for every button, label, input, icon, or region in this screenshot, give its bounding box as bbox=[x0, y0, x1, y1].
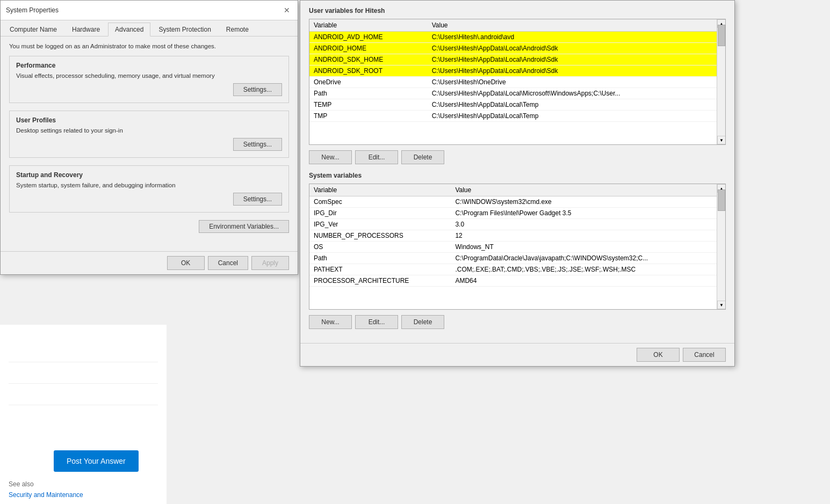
tab-advanced[interactable]: Advanced bbox=[108, 23, 150, 36]
system-var-name: IPG_Ver bbox=[309, 219, 451, 230]
tab-computer-name[interactable]: Computer Name bbox=[3, 23, 64, 36]
user-var-row[interactable]: OneDriveC:\Users\Hitesh\OneDrive bbox=[309, 77, 725, 88]
user-var-row[interactable]: TEMPC:\Users\Hitesh\AppData\Local\Temp bbox=[309, 99, 725, 111]
tab-system-protection[interactable]: System Protection bbox=[151, 23, 218, 36]
user-var-value: C:\Users\Hitesh\OneDrive bbox=[428, 77, 725, 88]
admin-note: You must be logged on as an Administrato… bbox=[9, 43, 289, 49]
user-var-row[interactable]: PathC:\Users\Hitesh\AppData\Local\Micros… bbox=[309, 88, 725, 99]
sys-value-col-header: Value bbox=[451, 184, 725, 196]
environment-variables-button[interactable]: Environment Variables... bbox=[199, 220, 289, 233]
apply-button[interactable]: Apply bbox=[251, 256, 289, 270]
system-var-value: 3.0 bbox=[451, 219, 725, 230]
performance-desc: Visual effects, processor scheduling, me… bbox=[16, 72, 282, 79]
system-var-value: C:\Program Files\Intel\Power Gadget 3.5 bbox=[451, 208, 725, 219]
user-var-name: ANDROID_HOME bbox=[309, 43, 428, 54]
dialog-content: You must be logged on as an Administrato… bbox=[1, 36, 298, 251]
user-var-name: ANDROID_SDK_HOME bbox=[309, 54, 428, 65]
close-button[interactable]: ✕ bbox=[282, 5, 292, 16]
tab-remote[interactable]: Remote bbox=[219, 23, 256, 36]
env-ok-button[interactable]: OK bbox=[637, 348, 680, 362]
system-var-name: NUMBER_OF_PROCESSORS bbox=[309, 230, 451, 242]
user-vars-scrollbar[interactable]: ▲ ▼ bbox=[717, 19, 725, 144]
sys-scrollbar-down-arrow[interactable]: ▼ bbox=[717, 301, 726, 309]
user-var-name: TMP bbox=[309, 111, 428, 122]
system-var-row[interactable]: PathC:\ProgramData\Oracle\Java\javapath;… bbox=[309, 253, 725, 264]
sys-scrollbar-thumb[interactable] bbox=[718, 189, 725, 211]
system-var-name: IPG_Dir bbox=[309, 208, 451, 219]
see-also-title: See also bbox=[9, 480, 158, 488]
tab-hardware[interactable]: Hardware bbox=[65, 23, 107, 36]
user-var-row[interactable]: ANDROID_HOMEC:\Users\Hitesh\AppData\Loca… bbox=[309, 43, 725, 54]
system-var-name: Path bbox=[309, 253, 451, 264]
background-page-content: See also Security and Maintenance bbox=[0, 325, 167, 504]
security-maintenance-link[interactable]: Security and Maintenance bbox=[9, 491, 83, 499]
user-vars-title: User variables for Hitesh bbox=[309, 7, 726, 14]
startup-recovery-desc: System startup, system failure, and debu… bbox=[16, 182, 282, 188]
system-var-name: PROCESSOR_ARCHITECTURE bbox=[309, 275, 451, 287]
system-vars-table: Variable Value ComSpecC:\WINDOWS\system3… bbox=[309, 184, 725, 287]
user-profiles-settings-button[interactable]: Settings... bbox=[233, 138, 282, 151]
env-dialog-content: User variables for Hitesh Variable Value… bbox=[300, 1, 734, 343]
system-var-value: Windows_NT bbox=[451, 242, 725, 253]
user-vars-delete-button[interactable]: Delete bbox=[401, 150, 444, 164]
system-vars-delete-button[interactable]: Delete bbox=[401, 315, 444, 329]
user-profiles-title: User Profiles bbox=[16, 116, 282, 124]
user-profiles-desc: Desktop settings related to your sign-in bbox=[16, 127, 282, 134]
user-var-row[interactable]: ANDROID_AVD_HOMEC:\Users\Hitesh\.android… bbox=[309, 32, 725, 43]
sys-var-col-header: Variable bbox=[309, 184, 451, 196]
user-vars-new-button[interactable]: New... bbox=[309, 150, 352, 164]
user-var-value: C:\Users\Hitesh\AppData\Local\Microsoft\… bbox=[428, 88, 725, 99]
user-var-value: C:\Users\Hitesh\AppData\Local\Android\Sd… bbox=[428, 43, 725, 54]
system-var-value: 12 bbox=[451, 230, 725, 242]
system-var-row[interactable]: OSWindows_NT bbox=[309, 242, 725, 253]
user-var-value: C:\Users\Hitesh\AppData\Local\Android\Sd… bbox=[428, 65, 725, 77]
user-var-name: TEMP bbox=[309, 99, 428, 111]
performance-title: Performance bbox=[16, 62, 282, 69]
scrollbar-thumb[interactable] bbox=[718, 25, 725, 46]
user-vars-table: Variable Value ANDROID_AVD_HOMEC:\Users\… bbox=[309, 19, 725, 122]
user-vars-btn-row: New... Edit... Delete bbox=[309, 150, 726, 164]
tabs-bar: Computer Name Hardware Advanced System P… bbox=[1, 20, 298, 36]
system-var-row[interactable]: ComSpecC:\WINDOWS\system32\cmd.exe bbox=[309, 196, 725, 208]
system-var-row[interactable]: NUMBER_OF_PROCESSORS12 bbox=[309, 230, 725, 242]
user-var-row[interactable]: ANDROID_SDK_HOMEC:\Users\Hitesh\AppData\… bbox=[309, 54, 725, 65]
scrollbar-down-arrow[interactable]: ▼ bbox=[717, 136, 726, 144]
env-cancel-button[interactable]: Cancel bbox=[683, 348, 726, 362]
system-var-name: PATHEXT bbox=[309, 264, 451, 275]
startup-recovery-section: Startup and Recovery System startup, sys… bbox=[9, 165, 289, 213]
system-var-row[interactable]: PATHEXT.COM;.EXE;.BAT;.CMD;.VBS;.VBE;.JS… bbox=[309, 264, 725, 275]
dialog-footer: OK Cancel Apply bbox=[1, 251, 298, 274]
system-vars-scrollbar[interactable]: ▲ ▼ bbox=[717, 184, 725, 309]
user-var-row[interactable]: TMPC:\Users\Hitesh\AppData\Local\Temp bbox=[309, 111, 725, 122]
user-var-value: C:\Users\Hitesh\AppData\Local\Temp bbox=[428, 111, 725, 122]
ok-button[interactable]: OK bbox=[167, 256, 205, 270]
environment-variables-dialog: User variables for Hitesh Variable Value… bbox=[300, 0, 735, 367]
system-var-row[interactable]: PROCESSOR_ARCHITECTUREAMD64 bbox=[309, 275, 725, 287]
system-var-value: C:\WINDOWS\system32\cmd.exe bbox=[451, 196, 725, 208]
user-var-row[interactable]: ANDROID_SDK_ROOTC:\Users\Hitesh\AppData\… bbox=[309, 65, 725, 77]
system-vars-new-button[interactable]: New... bbox=[309, 315, 352, 329]
system-vars-edit-button[interactable]: Edit... bbox=[355, 315, 398, 329]
user-vars-edit-button[interactable]: Edit... bbox=[355, 150, 398, 164]
system-properties-dialog: System Properties ✕ Computer Name Hardwa… bbox=[0, 0, 298, 275]
user-var-value: C:\Users\Hitesh\.android\avd bbox=[428, 32, 725, 43]
user-var-col-header: Variable bbox=[309, 19, 428, 32]
system-var-value: C:\ProgramData\Oracle\Java\javapath;C:\W… bbox=[451, 253, 725, 264]
system-vars-btn-row: New... Edit... Delete bbox=[309, 315, 726, 329]
user-profiles-section: User Profiles Desktop settings related t… bbox=[9, 111, 289, 158]
system-var-value: AMD64 bbox=[451, 275, 725, 287]
cancel-button[interactable]: Cancel bbox=[208, 256, 248, 270]
user-var-value: C:\Users\Hitesh\AppData\Local\Temp bbox=[428, 99, 725, 111]
startup-recovery-settings-button[interactable]: Settings... bbox=[233, 193, 282, 206]
see-also-section: See also Security and Maintenance bbox=[9, 480, 158, 499]
post-answer-button[interactable]: Post Your Answer bbox=[54, 450, 139, 472]
user-value-col-header: Value bbox=[428, 19, 725, 32]
system-properties-title: System Properties bbox=[6, 6, 59, 14]
system-var-row[interactable]: IPG_Ver3.0 bbox=[309, 219, 725, 230]
system-vars-table-container: Variable Value ComSpecC:\WINDOWS\system3… bbox=[309, 184, 726, 310]
performance-settings-button[interactable]: Settings... bbox=[233, 83, 282, 96]
system-var-row[interactable]: IPG_DirC:\Program Files\Intel\Power Gadg… bbox=[309, 208, 725, 219]
system-var-name: ComSpec bbox=[309, 196, 451, 208]
user-var-name: OneDrive bbox=[309, 77, 428, 88]
env-dialog-footer: OK Cancel bbox=[300, 343, 734, 366]
